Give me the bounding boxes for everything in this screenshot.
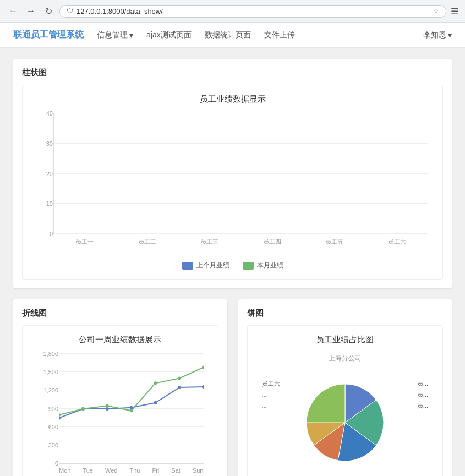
bottom-row: 折线图 公司一周业绩数据展示 03006009001,2001,5001,800… xyxy=(13,299,452,476)
line-y-label: 300 xyxy=(48,442,58,448)
pie-chart-subtitle: 上海分公司 xyxy=(256,354,434,363)
svg-point-11 xyxy=(154,381,157,385)
dropdown-arrow-icon: ▾ xyxy=(129,31,133,40)
line-x-label: Thu xyxy=(129,467,140,474)
bar-x-label: 员工二 xyxy=(138,238,156,246)
pie-labels-right: 员...员...员... xyxy=(417,379,428,411)
bar-y-label: 10 xyxy=(46,200,53,207)
legend-green-box xyxy=(243,262,254,270)
forward-button[interactable]: → xyxy=(24,4,37,18)
line-x-label: Mon xyxy=(59,467,70,474)
line-y-label: 900 xyxy=(48,406,58,412)
browser-chrome: ← → ↻ 🛡 127.0.0.1:8000/data_show/ ☆ ☰ xyxy=(0,0,465,23)
legend-last-month: 上个月业绩 xyxy=(182,261,229,270)
bar-y-label: 20 xyxy=(46,171,53,177)
bar-y-label: 0 xyxy=(50,231,53,237)
line-chart-svg xyxy=(59,354,204,464)
svg-point-6 xyxy=(202,385,204,389)
bar-chart-card: 柱状图 员工业绩数据显示 010203040 员工一员工二员工三员工四员工五员工… xyxy=(13,59,452,288)
pie-chart-card: 饼图 员工业绩占比图 上海分公司 员工六...... 员...员...员... xyxy=(238,299,452,476)
pie-label-left: ... xyxy=(262,390,280,401)
svg-point-5 xyxy=(178,386,181,389)
line-x-label: Sun xyxy=(193,467,204,474)
line-y-label: 600 xyxy=(48,424,58,430)
pie-chart-inner: 员工业绩占比图 上海分公司 员工六...... 员...员...员... xyxy=(247,325,444,476)
bar-x-labels: 员工一员工二员工三员工四员工五员工六 xyxy=(53,234,428,256)
navbar-item-upload[interactable]: 文件上传 xyxy=(264,30,295,40)
pie-labels-left: 员工六...... xyxy=(262,379,280,411)
svg-point-0 xyxy=(59,417,61,420)
bar-y-label: 40 xyxy=(46,110,53,117)
svg-point-4 xyxy=(154,401,157,404)
svg-point-7 xyxy=(59,413,61,417)
pie-label-left: ... xyxy=(262,401,280,412)
bar-x-label: 员工六 xyxy=(388,238,406,246)
shield-icon: 🛡 xyxy=(67,7,73,15)
line-chart-inner: 公司一周业绩数据展示 03006009001,2001,5001,800 Mon… xyxy=(22,325,218,476)
bar-y-label: 30 xyxy=(46,140,53,147)
bar-chart-card-title: 柱状图 xyxy=(22,68,443,78)
main-content: 柱状图 员工业绩数据显示 010203040 员工一员工二员工三员工四员工五员工… xyxy=(0,48,465,476)
menu-icon[interactable]: ☰ xyxy=(451,6,458,17)
pie-svg xyxy=(301,379,389,467)
line-x-label: Wed xyxy=(105,467,117,474)
line-y-label: 0 xyxy=(55,460,58,467)
line-chart-card-title: 折线图 xyxy=(22,308,218,319)
svg-point-3 xyxy=(130,406,133,409)
line-chart-card: 折线图 公司一周业绩数据展示 03006009001,2001,5001,800… xyxy=(13,299,227,476)
svg-point-9 xyxy=(106,404,109,407)
bar-x-label: 员工四 xyxy=(263,238,281,246)
browser-actions: ☰ xyxy=(451,6,458,17)
bar-chart-inner: 员工业绩数据显示 010203040 员工一员工二员工三员工四员工五员工六 上个… xyxy=(22,85,443,280)
bar-chart-container: 010203040 员工一员工二员工三员工四员工五员工六 xyxy=(31,113,434,256)
back-button[interactable]: ← xyxy=(7,4,20,18)
line-x-labels: MonTueWedThuFriSatSun xyxy=(59,464,204,476)
line-x-label: Tue xyxy=(83,467,93,474)
line-chart-title: 公司一周业绩数据展示 xyxy=(31,335,209,345)
svg-point-8 xyxy=(81,407,85,411)
navbar-brand[interactable]: 联通员工管理系统 xyxy=(13,29,84,41)
pie-container: 员工六...... 员...员...员... xyxy=(256,368,434,476)
line-y-label: 1,200 xyxy=(43,387,58,393)
svg-point-12 xyxy=(178,376,181,380)
line-y-label: 1,500 xyxy=(43,369,58,375)
line-chart-container: 03006009001,2001,5001,800 MonTueWedThuFr… xyxy=(31,354,209,476)
legend-this-month: 本月业绩 xyxy=(243,261,283,270)
navbar-item-stats[interactable]: 数据统计页面 xyxy=(205,30,251,40)
svg-point-2 xyxy=(106,407,109,411)
pie-chart-title: 员工业绩占比图 xyxy=(256,335,434,345)
navbar-user[interactable]: 李知恩 ▾ xyxy=(423,30,452,40)
pie-label-right: 员... xyxy=(417,390,428,401)
line-x-label: Fri xyxy=(152,467,159,474)
navbar: 联通员工管理系统 信息管理 ▾ ajax测试页面 数据统计页面 文件上传 李知恩… xyxy=(0,23,465,48)
bar-chart-title: 员工业绩数据显示 xyxy=(31,94,434,105)
pie-label-left: 员工六 xyxy=(262,379,280,390)
line-y-label: 1,800 xyxy=(43,351,58,357)
refresh-button[interactable]: ↻ xyxy=(42,4,55,18)
url-display: 127.0.0.1:8000/data_show/ xyxy=(76,7,430,15)
bars-area xyxy=(53,113,428,234)
address-bar[interactable]: 🛡 127.0.0.1:8000/data_show/ ☆ xyxy=(59,5,446,18)
bar-legend: 上个月业绩 本月业绩 xyxy=(31,261,434,270)
star-icon[interactable]: ☆ xyxy=(433,7,439,15)
pie-label-right: 员... xyxy=(417,401,428,412)
bar-x-label: 员工三 xyxy=(200,238,218,246)
user-dropdown-icon: ▾ xyxy=(448,31,452,40)
bar-x-label: 员工一 xyxy=(75,238,94,246)
pie-chart-card-title: 饼图 xyxy=(247,308,444,319)
bar-x-label: 员工五 xyxy=(325,238,343,246)
pie-label-right: 员... xyxy=(417,379,428,390)
navbar-item-ajax[interactable]: ajax测试页面 xyxy=(146,30,192,40)
navbar-item-info[interactable]: 信息管理 ▾ xyxy=(97,30,133,40)
line-x-label: Sat xyxy=(171,467,180,474)
svg-point-10 xyxy=(130,409,133,412)
legend-blue-box xyxy=(182,262,193,270)
